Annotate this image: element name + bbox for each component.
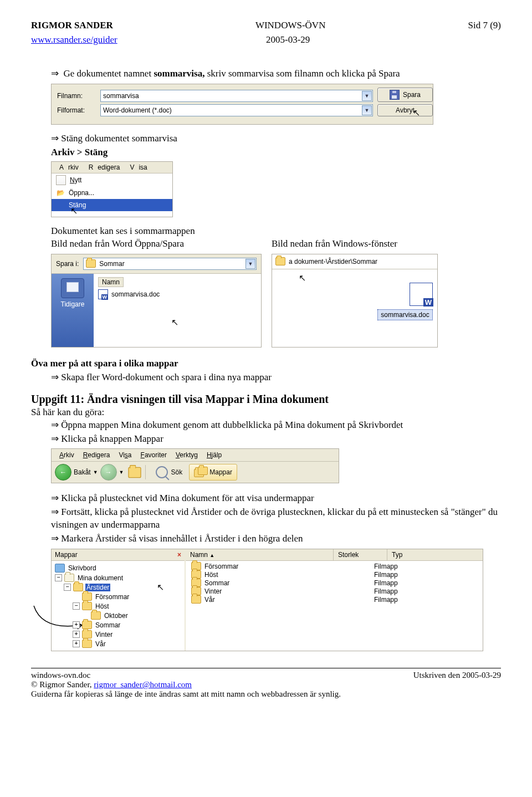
- menu-item-nytt[interactable]: Nytt: [52, 173, 172, 187]
- list-row[interactable]: VinterFilmapp: [188, 587, 480, 595]
- list-row[interactable]: HöstFilmapp: [188, 570, 480, 579]
- cursor-icon: ↖: [157, 583, 164, 592]
- folder-icon: [91, 611, 101, 620]
- word-doc-icon[interactable]: [410, 283, 433, 306]
- folder-icon: [275, 257, 285, 265]
- column-header-name[interactable]: Namn: [98, 277, 124, 287]
- save-in-folder-select[interactable]: Sommar ▼: [83, 258, 257, 270]
- expand-icon[interactable]: +: [73, 631, 80, 638]
- header-url-link[interactable]: www.rsander.se/guider: [31, 34, 117, 45]
- tb-menu-arkiv[interactable]: Arkiv: [56, 451, 78, 459]
- ova-heading: Öva mer på att spara i olika mappar: [31, 357, 501, 370]
- caption-left: Bild nedan från Word Öppna/Spara: [51, 238, 272, 251]
- sommarmappen-caption: Dokumentet kan ses i sommarmappen: [51, 225, 501, 238]
- address-bar[interactable]: a dokument-\Årstider\Sommar: [272, 254, 437, 269]
- folder-icon: [82, 621, 92, 629]
- tree-item-minadokument[interactable]: − Mina dokument: [55, 573, 181, 583]
- open-folder-icon: 📂: [56, 188, 65, 197]
- uppgift11-step2: Klicka på knappen Mappar: [51, 433, 501, 446]
- places-bar: Tidigare: [52, 274, 94, 347]
- dropdown-icon[interactable]: ▼: [245, 259, 255, 269]
- up-folder-icon[interactable]: [128, 467, 141, 478]
- footer-filename: windows-ovn.doc: [31, 671, 341, 680]
- save-button[interactable]: Spara: [377, 88, 433, 102]
- tree-item-host[interactable]: − Höst: [73, 601, 181, 611]
- menu-redigera[interactable]: Redigera: [84, 164, 125, 171]
- col-size[interactable]: Storlek: [334, 549, 387, 560]
- explorer-folder-screenshot: a dokument-\Årstider\Sommar ↖ sommarvisa…: [272, 254, 438, 348]
- footer-separator: [31, 668, 501, 668]
- header-date: 2005-03-29: [266, 34, 310, 45]
- tree-item-var[interactable]: + Vår: [73, 639, 181, 648]
- dropdown-icon[interactable]: ▼: [362, 105, 372, 115]
- tb-menu-redigera[interactable]: Redigera: [80, 451, 114, 459]
- folder-icon: [82, 592, 92, 601]
- back-button[interactable]: ←: [55, 464, 71, 481]
- explorer-toolbar-screenshot: Arkiv Redigera Visa Favoriter Verktyg Hj…: [51, 448, 339, 483]
- cursor-icon: ↖: [70, 207, 78, 216]
- desktop-icon: [55, 564, 65, 573]
- uppgift11-sub: Så här kan du göra:: [31, 407, 501, 418]
- step-markera-arstider: Markera Årstider så visas innehållet i Å…: [51, 533, 501, 545]
- word-doc-icon: [98, 289, 108, 299]
- dropdown-icon[interactable]: ▼: [362, 91, 372, 101]
- cursor-icon: ↖: [171, 318, 178, 327]
- col-name[interactable]: Namn ▲: [186, 549, 334, 560]
- menu-arkiv[interactable]: Arkiv: [55, 164, 83, 171]
- expand-icon[interactable]: +: [73, 640, 80, 647]
- tree-item-skrivbord[interactable]: Skrivbord: [55, 563, 181, 573]
- new-doc-icon: [56, 175, 66, 185]
- save-in-label: Spara i:: [56, 260, 79, 268]
- arkiv-stang-text: Arkiv > Stäng: [51, 146, 501, 159]
- step-plus-minadok: Klicka på plustecknet vid Mina dokument …: [51, 492, 501, 505]
- two-caption-row: Bild nedan från Word Öppna/Spara Bild ne…: [51, 238, 501, 251]
- fileformat-label: Filformat:: [57, 106, 96, 114]
- tb-menu-hjalp[interactable]: Hjälp: [203, 451, 225, 459]
- filename-input[interactable]: sommarvisa ▼: [100, 90, 373, 102]
- page-footer: windows-ovn.doc © Rigmor Sander, rigmor_…: [31, 671, 501, 699]
- close-icon[interactable]: ×: [177, 551, 181, 559]
- tree-item-oktober[interactable]: Oktober: [81, 611, 181, 620]
- header-author: RIGMOR SANDER: [31, 20, 113, 31]
- footer-copyright: © Rigmor Sander,: [31, 680, 94, 689]
- tree-item-sommar[interactable]: + Sommar: [73, 620, 181, 630]
- instruction-close-doc: Stäng dokumentet sommarvisa: [51, 132, 501, 145]
- list-row[interactable]: FörsommarFilmapp: [188, 562, 480, 570]
- folder-icon: [82, 630, 92, 638]
- file-row[interactable]: sommarvisa.doc: [98, 289, 257, 299]
- mydocs-icon: [64, 574, 74, 582]
- expand-icon[interactable]: +: [73, 621, 80, 629]
- fileformat-select[interactable]: Word-dokument (*.doc) ▼: [100, 104, 373, 116]
- tb-menu-visa[interactable]: Visa: [115, 451, 135, 459]
- col-type[interactable]: Typ: [387, 549, 483, 560]
- menu-item-oppna[interactable]: 📂 Öppna...: [52, 187, 172, 199]
- uppgift11-step1: Öppna mappen Mina dokument genom att dub…: [51, 419, 501, 432]
- tb-menu-verktyg[interactable]: Verktyg: [172, 451, 201, 459]
- menu-item-stang[interactable]: Stäng: [52, 199, 172, 211]
- collapse-icon[interactable]: −: [55, 574, 62, 581]
- folder-icon: [82, 640, 92, 648]
- search-button[interactable]: Sök: [151, 464, 187, 481]
- footer-note: Guiderna får kopieras så länge de inte ä…: [31, 689, 341, 699]
- footer-email-link[interactable]: rigmor_sander@hotmail.com: [94, 680, 192, 689]
- folder-icon: [82, 602, 92, 610]
- floppy-icon: [390, 90, 400, 100]
- tree-item-vinter[interactable]: + Vinter: [73, 630, 181, 639]
- folders-button[interactable]: Mappar: [189, 464, 237, 481]
- list-row[interactable]: SommarFilmapp: [188, 579, 480, 587]
- file-caption: sommarvisa.doc: [377, 309, 433, 320]
- list-row[interactable]: VårFilmapp: [188, 595, 480, 604]
- folder-icon: [191, 595, 201, 604]
- tb-menu-favoriter[interactable]: Favoriter: [137, 451, 170, 459]
- cursor-icon: ↖: [413, 109, 427, 117]
- forward-button[interactable]: →: [100, 464, 117, 481]
- collapse-icon[interactable]: −: [73, 602, 80, 610]
- save-dialog-screenshot: Filnamn: sommarvisa ▼ Filformat: Word-do…: [51, 84, 433, 125]
- menu-visa[interactable]: Visa: [125, 164, 151, 171]
- tree-item-forsommar[interactable]: Försommar: [73, 592, 181, 601]
- page-subheader: www.rsander.se/guider 2005-03-29: [31, 34, 501, 45]
- collapse-icon[interactable]: −: [64, 584, 71, 591]
- tree-header-label: Mappar: [55, 551, 78, 559]
- search-icon: [156, 466, 168, 478]
- back-label: Bakåt: [74, 468, 91, 476]
